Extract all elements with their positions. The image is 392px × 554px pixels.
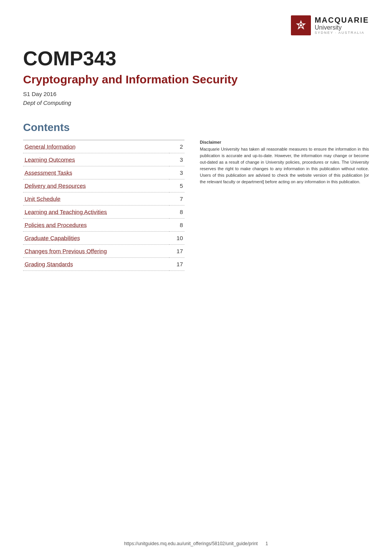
page-footer: https://unitguides.mq.edu.au/unit_offeri… [0,541,392,546]
contents-item-label[interactable]: Assessment Tasks [23,166,169,179]
logo-brand: MACQUARIE [315,16,369,24]
table-row[interactable]: Learning and Teaching Activities8 [23,206,184,219]
logo-university: University [315,24,369,31]
course-code: COMP343 [23,47,369,70]
contents-item-page: 3 [169,153,184,166]
contents-item-page: 3 [169,166,184,179]
contents-item-label[interactable]: Delivery and Resources [23,179,169,192]
contents-item-label[interactable]: Changes from Previous Offering [23,245,169,258]
logo-area: MACQUARIE University SYDNEY · AUSTRALIA [23,15,369,35]
contents-item-page: 10 [169,232,184,245]
contents-item-page: 7 [169,192,184,206]
disclaimer-text: Macquarie University has taken all reaso… [200,146,369,185]
disclaimer-block: Disclaimer Macquarie University has take… [200,140,369,185]
contents-item-page: 2 [169,140,184,153]
contents-item-label[interactable]: Learning and Teaching Activities [23,206,169,219]
contents-table: General Information2Learning Outcomes3As… [23,140,184,271]
logo-container: MACQUARIE University SYDNEY · AUSTRALIA [291,15,369,35]
course-session: S1 Day 2016 [23,91,369,97]
contents-item-label[interactable]: Graduate Capabilities [23,232,169,245]
contents-item-label[interactable]: Policies and Procedures [23,219,169,232]
table-row[interactable]: Grading Standards17 [23,258,184,271]
page: MACQUARIE University SYDNEY · AUSTRALIA … [0,0,392,554]
course-department: Dept of Computing [23,100,369,106]
table-row[interactable]: Graduate Capabilities10 [23,232,184,245]
table-row[interactable]: Policies and Procedures8 [23,219,184,232]
footer-url: https://unitguides.mq.edu.au/unit_offeri… [124,541,258,546]
logo-location: SYDNEY · AUSTRALIA [315,31,369,35]
course-title: Cryptography and Information Security [23,73,369,86]
contents-item-label[interactable]: General Information [23,140,169,153]
contents-item-page: 8 [169,206,184,219]
svg-point-3 [300,24,302,27]
contents-heading: Contents [23,121,369,134]
logo-text-block: MACQUARIE University SYDNEY · AUSTRALIA [315,16,369,35]
contents-item-page: 8 [169,219,184,232]
contents-item-page: 5 [169,179,184,192]
macquarie-logo-icon [291,15,311,35]
contents-item-page: 17 [169,245,184,258]
contents-item-page: 17 [169,258,184,271]
table-row[interactable]: Delivery and Resources5 [23,179,184,192]
contents-item-label[interactable]: Grading Standards [23,258,169,271]
table-row[interactable]: Changes from Previous Offering17 [23,245,184,258]
contents-item-label[interactable]: Learning Outcomes [23,153,169,166]
disclaimer-heading: Disclaimer [200,140,369,144]
contents-item-label[interactable]: Unit Schedule [23,192,169,206]
footer-page: 1 [266,541,268,546]
table-row[interactable]: Assessment Tasks3 [23,166,184,179]
table-row[interactable]: Unit Schedule7 [23,192,184,206]
contents-layout: General Information2Learning Outcomes3As… [23,140,369,271]
table-row[interactable]: General Information2 [23,140,184,153]
table-row[interactable]: Learning Outcomes3 [23,153,184,166]
